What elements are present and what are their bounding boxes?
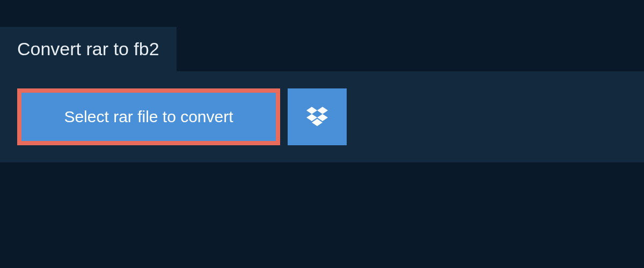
select-file-button[interactable]: Select rar file to convert — [17, 88, 280, 145]
button-row: Select rar file to convert — [17, 88, 627, 145]
tab-header: Convert rar to fb2 — [0, 27, 177, 71]
dropbox-button[interactable] — [288, 88, 347, 145]
content-panel: Select rar file to convert — [0, 71, 644, 162]
dropbox-icon — [306, 105, 328, 129]
select-file-label: Select rar file to convert — [64, 108, 233, 126]
page-title: Convert rar to fb2 — [17, 39, 159, 59]
